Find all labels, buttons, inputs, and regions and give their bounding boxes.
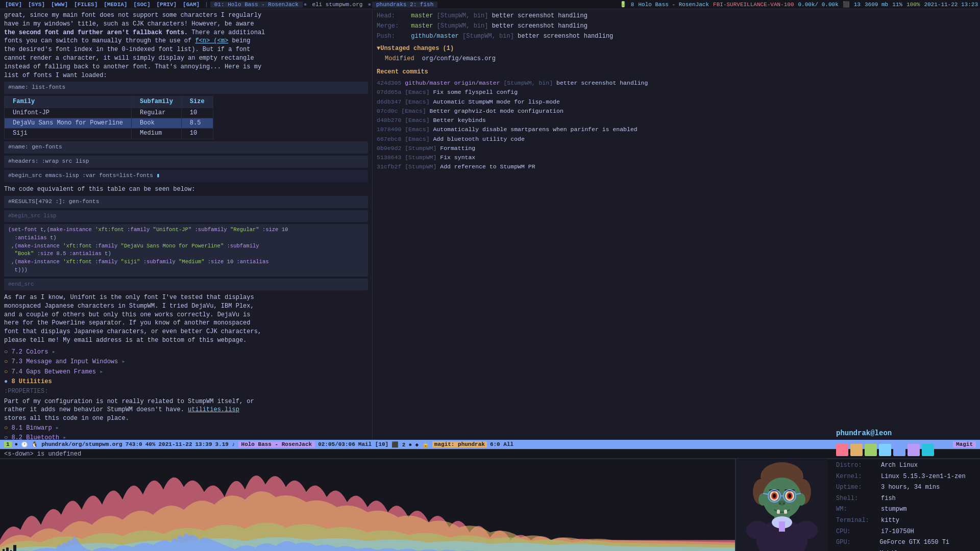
section-bluetooth[interactable]: ○ 8.2 Bluetooth ▸: [4, 434, 368, 440]
font-row-dejavu: DejaVu Sans Mono for Powerline Book 8.5: [5, 118, 213, 129]
sysinfo-text: phundrak@leon Distro: Arch Linux Kernel:…: [828, 421, 980, 551]
status-path: phundrak/org/stumpwm.org: [41, 441, 122, 447]
swatch-red: [836, 444, 848, 456]
tag-www[interactable]: [WWW]: [48, 2, 71, 8]
svg-rect-3: [6, 547, 9, 551]
commit-row[interactable]: 07dd65a [Emacs] Fix some flyspell config: [377, 88, 976, 96]
commit-row[interactable]: d48b270 [Emacs] Better keybinds: [377, 116, 976, 124]
utilities-desc: Part of my configuration is not really r…: [4, 397, 368, 423]
commit-row[interactable]: 07cd0c [Emacs] Better graphviz-dot mode …: [377, 107, 976, 115]
status-num2: ⬛ 2: [391, 441, 405, 448]
sysinfo-cpu-row: CPU: i7-10750H: [836, 527, 972, 538]
modified-file[interactable]: Modified org/config/emacs.org: [377, 54, 976, 63]
battery-val: 8: [631, 2, 634, 8]
status-time: 13:39: [195, 441, 212, 447]
font-row-unifont: Unifont-JP Regular 10: [5, 108, 213, 118]
font-table: Family Subfamily Size Unifont-JP Regular…: [4, 96, 213, 139]
emacs-buffer[interactable]: great, since my main font does not suppo…: [0, 9, 373, 440]
intro-text: great, since my main font does not suppo…: [4, 11, 368, 80]
sysinfo-terminal-row: Terminal: kitty: [836, 515, 972, 527]
mem-val: 3609 mb: [865, 2, 888, 8]
status-date: 2021-11-22: [158, 441, 192, 447]
unstaged-header[interactable]: ▼Unstaged changes (1): [377, 44, 976, 53]
status-zoom: 3.19: [215, 441, 229, 447]
swatch-cyan: [879, 444, 891, 456]
col-subfamily: Subfamily: [132, 96, 182, 108]
tab-stumpwm[interactable]: eli stumpwm.org: [308, 2, 366, 8]
svg-rect-30: [784, 510, 787, 514]
tag-sys[interactable]: [SYS]: [25, 2, 48, 8]
sysinfo-wm-row: WM: stumpwm: [836, 504, 972, 515]
unifont-paragraph: As far as I know, Unifont is the only fo…: [4, 293, 368, 345]
topbar-tabs: 01: Holo Bass - RosenJack ● eli stumpwm.…: [210, 2, 620, 8]
recent-commits-header[interactable]: Recent commits: [377, 67, 976, 77]
topbar-right: 🔋 8 Holo Bass - RosenJack FBI-SURVEILLAN…: [620, 1, 978, 8]
svg-rect-5: [13, 545, 16, 551]
commit-list: 424d305 github/master origin/master [Stu…: [377, 79, 976, 171]
sysinfo-kernel-row: Kernel: Linux 5.15.3-zen1-1-zen: [836, 471, 972, 483]
commit-row[interactable]: 424d305 github/master origin/master [Stu…: [377, 79, 976, 87]
status-percent: 40%: [145, 441, 156, 447]
window-title: Holo Bass - RosenJack: [638, 2, 709, 8]
cpu-val: 11%: [892, 2, 902, 8]
status-num: 1: [4, 441, 12, 447]
avatar: [736, 459, 828, 551]
magit-push: Push: github/master [StumpWM, bin] bette…: [377, 32, 976, 41]
battery-icon: 🔋: [620, 1, 627, 8]
status-mode: magit: phundrak: [432, 441, 487, 447]
properties-label: :PROPERTIES:: [4, 387, 368, 396]
commit-row[interactable]: 0b9e9d2 [StumpWM] Formatting: [377, 144, 976, 153]
section-binwarp[interactable]: ○ 8.1 Binwarp ▸: [4, 424, 368, 433]
svg-point-31: [758, 493, 767, 506]
wifi-network: FBI-SURVEILLANCE-VAN-100: [713, 2, 794, 8]
swatch-teal: [922, 444, 934, 456]
commit-row[interactable]: d6db347 [Emacs] Automatic StumpWM mode f…: [377, 97, 976, 106]
status-music-icon: ♪: [232, 441, 235, 447]
tag-dev[interactable]: [DEV]: [2, 2, 25, 8]
tag-gam[interactable]: [GAM]: [180, 2, 203, 8]
swatch-purple: [908, 444, 920, 456]
tab-holo-bass[interactable]: 01: Holo Bass - RosenJack: [210, 2, 303, 8]
tag-soc[interactable]: [SOC]: [130, 2, 153, 8]
status-mode-info: 6:0 All: [490, 441, 513, 447]
font-row-siji: Siji Medium 10: [5, 129, 213, 139]
svg-point-22: [773, 494, 776, 498]
tag-priv[interactable]: [PRIV]: [154, 2, 180, 8]
commit-row[interactable]: 5138643 [StumpWM] Fix syntax: [377, 153, 976, 162]
tab-fish[interactable]: phundraks 2: fish: [372, 2, 437, 8]
music-visualizer: [0, 459, 735, 551]
topbar: [DEV] [SYS] [WWW] [FILES] [MEDIA] [SOC] …: [0, 0, 980, 9]
section-utilities[interactable]: ● 8 Utilities: [4, 378, 368, 386]
section-colors[interactable]: ○ 7.2 Colors ▸: [4, 348, 368, 357]
eth-val: 13: [854, 2, 861, 8]
svg-rect-29: [777, 510, 780, 514]
status-icon-penguin: 🐧: [31, 441, 38, 448]
status-music: Holo Bass - RosenJack: [238, 441, 315, 447]
status-position: 743:0: [126, 441, 142, 447]
section-msg-input[interactable]: ○ 7.3 Message and Input Windows ▸: [4, 358, 368, 366]
name-list-fonts: #name: list-fonts: [4, 82, 368, 94]
name-gen-fonts: #name: gen-fonts: [4, 141, 368, 154]
status-mail: Mail [10]: [358, 441, 388, 447]
commit-row[interactable]: 1078400 [Emacs] Automatically disable sm…: [377, 125, 976, 134]
tag-files[interactable]: [FILES]: [71, 2, 101, 8]
svg-point-27: [779, 503, 781, 505]
network-speed: 0.00k/ 0.00k: [798, 2, 839, 8]
main-area: great, since my main font does not suppo…: [0, 9, 980, 440]
tag-media[interactable]: [MEDIA]: [101, 2, 130, 8]
commit-row[interactable]: 31cfb2f [StumpWM] Add reference to Stump…: [377, 162, 976, 171]
end-src: #end_src: [4, 279, 368, 290]
section-gaps[interactable]: ○ 7.4 Gaps Between Frames ▸: [4, 368, 368, 377]
sysinfo-panel: phundrak@leon Distro: Arch Linux Kernel:…: [735, 459, 980, 551]
commit-row[interactable]: 667ebc8 [Emacs] Add bluetooth utility co…: [377, 135, 976, 143]
datetime: 2021-11-22 13:23: [924, 2, 978, 8]
sysinfo-username: phundrak@leon: [836, 427, 972, 440]
sysinfo-distro-row: Distro: Arch Linux: [836, 460, 972, 471]
code-equivalent-text: The code equivalent of this table can be…: [4, 185, 368, 194]
svg-rect-17: [779, 521, 785, 532]
magit-panel[interactable]: Head: master [StumpWM, bin] better scree…: [373, 9, 980, 440]
swatch-blue: [893, 444, 905, 456]
svg-rect-2: [3, 549, 5, 551]
magit-head: Head: master [StumpWM, bin] better scree…: [377, 11, 976, 20]
svg-point-15: [795, 521, 818, 539]
